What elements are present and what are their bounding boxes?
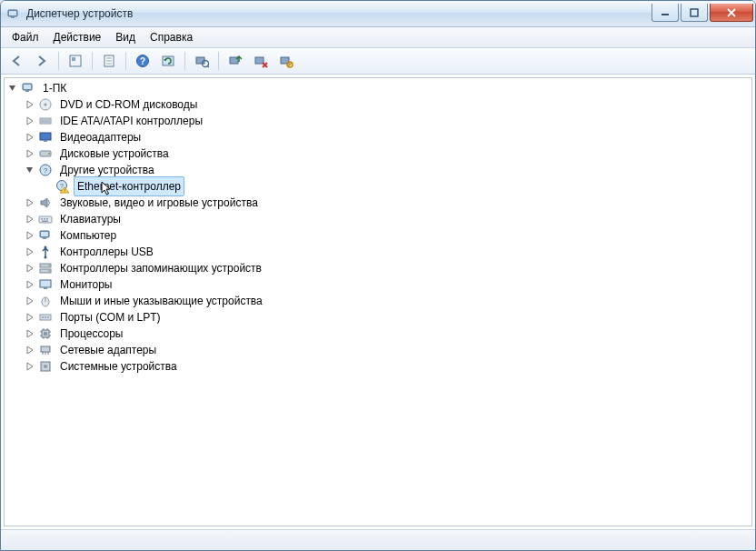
svg-point-48 [45,246,47,249]
forward-button[interactable] [30,49,54,73]
scan-hardware-button[interactable] [190,49,214,73]
svg-rect-24 [25,90,29,92]
tree-expand-icon[interactable] [24,245,36,258]
close-button[interactable] [710,4,753,22]
tree-expand-icon[interactable] [24,131,36,144]
refresh-button[interactable] [156,49,180,73]
toolbar-separator [125,52,126,70]
back-button[interactable] [5,49,28,73]
tree-collapse-icon[interactable] [6,82,19,95]
svg-rect-30 [40,133,51,140]
menu-action[interactable]: Действие [46,29,109,45]
device-manager-window: Диспетчер устройств Файл Действие Вид Сп… [0,0,756,551]
svg-rect-14 [196,57,204,64]
tree-expand-icon[interactable] [24,98,36,111]
svg-rect-31 [44,140,47,142]
monitor-icon [38,277,53,292]
content-area: 1-ПКDVD и CD-ROM дисководыIDE ATA/ATAPI … [1,75,755,550]
keyboard-icon [38,212,53,226]
disable-button[interactable] [274,49,298,73]
device-tree[interactable]: 1-ПКDVD и CD-ROM дисководыIDE ATA/ATAPI … [4,77,752,526]
update-driver-button[interactable] [224,49,247,73]
svg-rect-45 [41,232,48,236]
svg-rect-40 [41,218,43,220]
toolbar-separator [184,52,185,70]
svg-rect-4 [691,9,698,16]
tree-expand-icon[interactable] [24,229,36,242]
menu-view[interactable]: Вид [108,29,143,45]
svg-line-16 [207,65,209,67]
cdrom-icon [38,97,53,112]
svg-point-60 [47,316,49,318]
window-title: Диспетчер устройств [26,7,133,20]
mouse-icon [38,294,53,308]
tree-expand-icon[interactable] [24,213,36,225]
toolbar-separator [92,52,93,70]
statusbar [1,529,755,550]
show-hidden-button[interactable] [64,49,87,73]
tree-expand-icon[interactable] [24,295,36,307]
svg-rect-71 [41,346,50,352]
svg-rect-18 [255,57,264,64]
svg-point-47 [45,256,47,259]
svg-text:?: ? [44,166,48,175]
svg-rect-2 [11,16,15,18]
tree-expand-icon[interactable] [24,147,36,160]
tree-expand-icon[interactable] [24,360,36,373]
svg-rect-23 [24,85,31,89]
titlebar[interactable]: Диспетчер устройств [1,1,755,27]
properties-button[interactable] [97,49,121,73]
svg-rect-54 [44,287,47,289]
ports-icon [38,310,53,325]
tree-expand-icon[interactable] [24,262,36,275]
tree-collapse-icon[interactable] [24,164,36,176]
svg-rect-41 [44,218,45,220]
window-controls [652,5,753,23]
svg-point-52 [48,270,50,272]
uninstall-button[interactable] [249,49,273,73]
menu-help[interactable]: Справка [143,29,200,45]
svg-rect-6 [72,57,75,61]
help-button[interactable]: ? [131,49,154,73]
menubar: Файл Действие Вид Справка [1,27,755,48]
svg-point-26 [45,104,47,106]
computer-icon [38,228,53,243]
minimize-button[interactable] [652,4,679,22]
tree-expand-icon[interactable] [24,311,36,324]
tree-toggle-none [41,180,54,193]
tree-expand-icon[interactable] [24,115,36,127]
computer-icon [21,81,35,95]
tree-expand-icon[interactable] [24,278,36,291]
svg-rect-3 [662,14,669,15]
other-icon: ? [38,163,53,177]
tree-item[interactable]: Контроллеры запоминающих устройств [6,260,751,276]
usb-icon [38,245,53,259]
storage-icon [38,261,53,276]
tree-expand-icon[interactable] [24,196,36,209]
display-icon [38,130,53,145]
app-icon [6,6,21,21]
cpu-icon [38,326,53,341]
tree-expand-icon[interactable] [24,327,36,340]
toolbar-separator [58,52,59,70]
tree-expand-icon[interactable] [24,344,36,356]
network-icon [38,343,53,357]
svg-point-76 [44,365,47,368]
disk-icon [38,146,53,161]
svg-point-51 [48,265,50,266]
svg-rect-1 [9,11,16,15]
ide-icon [38,114,53,128]
unknown-warn-icon: ?! [55,179,70,194]
tree-item[interactable]: Системные устройства [6,358,751,375]
svg-rect-46 [43,237,46,239]
svg-point-58 [42,316,44,318]
svg-rect-53 [40,280,51,287]
svg-rect-27 [40,118,51,124]
svg-point-33 [48,153,50,155]
toolbar-separator [218,52,219,70]
svg-rect-42 [46,218,48,220]
menu-file[interactable]: Файл [5,29,46,45]
svg-rect-62 [44,332,47,336]
toolbar: ? [1,48,755,75]
maximize-button[interactable] [681,4,708,22]
